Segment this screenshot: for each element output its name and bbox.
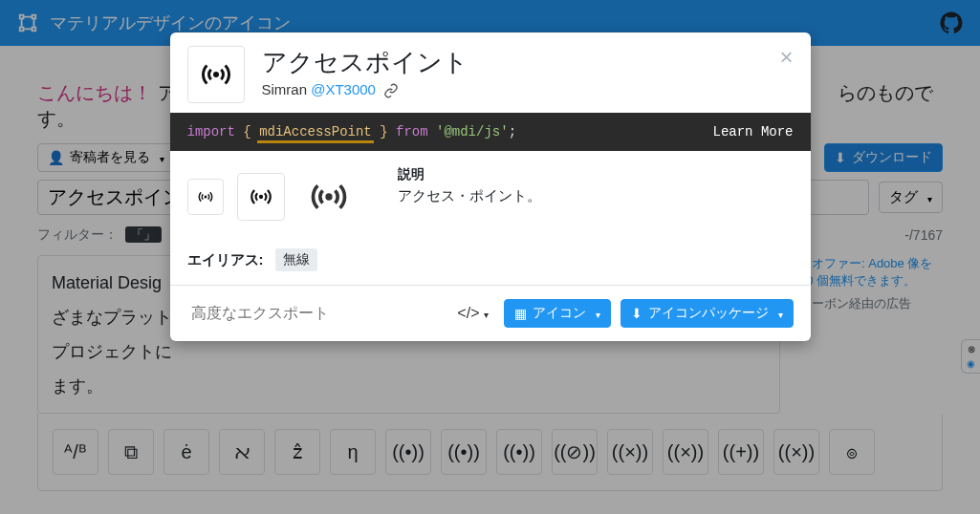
author-handle-link[interactable]: @XT3000 — [311, 81, 376, 97]
import-code-snippet[interactable]: import { mdiAccessPoint } from '@mdi/js'… — [170, 113, 811, 151]
icon-download-button[interactable]: ▦ アイコン — [504, 299, 611, 328]
code-toggle-button[interactable]: </> — [451, 301, 493, 326]
alias-label: エイリアス: — [187, 251, 264, 269]
modal-overlay[interactable]: アクセスポイント Simran @XT3000 × import { — [0, 0, 980, 514]
description-value: アクセス・ポイント。 — [398, 187, 541, 205]
modal-author: Simran @XT3000 — [262, 81, 763, 98]
icon-detail-modal: アクセスポイント Simran @XT3000 × import { — [170, 32, 811, 341]
icon-download-label: アイコン — [533, 305, 586, 322]
description-label: 説明 — [398, 166, 541, 183]
file-download-icon: ▦ — [514, 306, 527, 321]
package-download-icon: ⬇ — [631, 306, 642, 321]
icon-package-button[interactable]: ⬇ アイコンパッケージ — [621, 299, 794, 328]
code-keyword: import — [187, 124, 235, 139]
link-icon[interactable] — [383, 81, 399, 97]
code-string: '@mdi/js' — [436, 124, 509, 139]
size-preview-large[interactable] — [298, 166, 359, 227]
alias-chip[interactable]: 無線 — [275, 248, 317, 271]
code-keyword: from — [396, 124, 428, 139]
size-preview-small[interactable] — [187, 179, 224, 215]
access-point-icon — [199, 57, 233, 92]
advanced-export-input[interactable] — [187, 299, 426, 328]
close-icon[interactable]: × — [779, 46, 793, 69]
size-preview-medium[interactable] — [237, 173, 285, 221]
icon-preview-large — [187, 46, 245, 103]
chevron-down-icon — [774, 306, 783, 321]
code-semi: ; — [509, 124, 516, 139]
learn-more-link[interactable]: Learn More — [712, 124, 793, 139]
icon-package-label: アイコンパッケージ — [648, 305, 769, 322]
code-identifier: mdiAccessPoint — [259, 124, 372, 139]
modal-title: アクセスポイント — [262, 46, 763, 79]
author-name: Simran — [262, 81, 308, 97]
chevron-down-icon — [592, 306, 600, 321]
code-brace: } — [380, 124, 387, 139]
code-brace: { — [243, 124, 250, 139]
size-previews — [187, 166, 359, 227]
